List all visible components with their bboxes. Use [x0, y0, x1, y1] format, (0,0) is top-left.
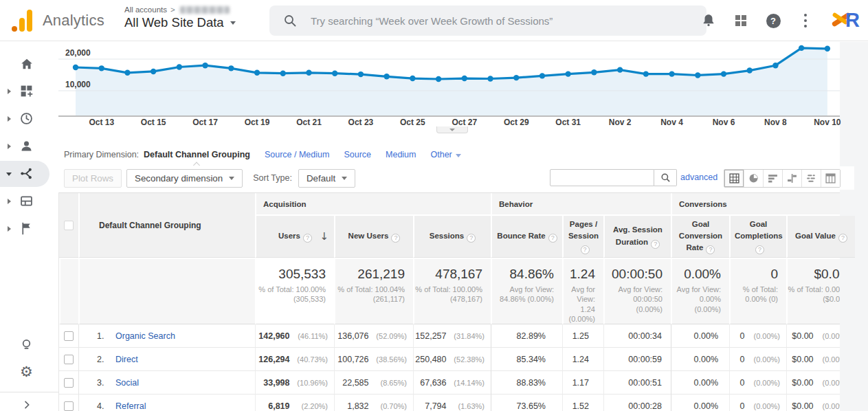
- account-switcher[interactable]: All accounts > All Web Site Data: [124, 5, 236, 30]
- chevron-right-icon[interactable]: [19, 397, 34, 411]
- avatar[interactable]: R: [831, 6, 860, 35]
- apps-grid-icon[interactable]: [733, 12, 749, 29]
- avg-session-duration-cell: 00:00:34: [603, 324, 671, 348]
- column-header-avg-session-duration[interactable]: Avg. Session Duration?: [603, 216, 671, 258]
- column-header-goal-conversion-rate[interactable]: Goal Conversion Rate?: [671, 216, 729, 258]
- term-cloud-view-icon[interactable]: [801, 170, 821, 187]
- table-row: 1.Organic Search 142,960 (46.11%) 136,07…: [59, 324, 855, 348]
- channel-link[interactable]: Social: [115, 378, 139, 388]
- dimension-tab-source-medium[interactable]: Source / Medium: [265, 150, 329, 159]
- dimension-tab-other[interactable]: Other: [430, 150, 460, 159]
- sidebar-item-customization[interactable]: [0, 78, 58, 105]
- secondary-dimension-button[interactable]: Secondary dimension: [126, 169, 243, 188]
- column-header-pages-session[interactable]: Pages / Session?: [562, 216, 603, 258]
- users-cell: 126,294 (40.73%): [255, 348, 334, 371]
- expand-arrow-icon[interactable]: [8, 116, 11, 122]
- sidebar-item-audience[interactable]: [0, 133, 58, 160]
- sessions-cell: 250,480 (52.38%): [413, 348, 491, 371]
- chart-expand-tab[interactable]: [436, 126, 468, 133]
- pages-session-cell: 1.17: [562, 371, 603, 395]
- sidebar-item-behavior[interactable]: [0, 188, 58, 215]
- y-axis-tick-label: 20,000: [65, 48, 91, 58]
- table-view-icon[interactable]: [724, 170, 744, 187]
- help-icon[interactable]: ?: [303, 234, 312, 243]
- row-checkbox[interactable]: [59, 324, 78, 348]
- help-icon[interactable]: ?: [548, 234, 557, 243]
- channel-link[interactable]: Direct: [115, 355, 138, 364]
- x-axis-tick-label: Oct 17: [192, 118, 218, 127]
- totals-row: 305,533% of Total: 100.00% (305,533) 261…: [59, 258, 855, 324]
- pages-session-cell: 1.52: [562, 395, 603, 411]
- notifications-bell-icon[interactable]: [700, 12, 717, 29]
- analytics-logo[interactable]: Analytics: [10, 8, 104, 33]
- help-icon[interactable]: ?: [467, 234, 476, 243]
- sort-type-button[interactable]: Default: [298, 169, 355, 188]
- column-header-bounce-rate[interactable]: Bounce Rate?: [491, 216, 562, 258]
- row-checkbox[interactable]: [59, 348, 78, 371]
- percentage-view-icon[interactable]: [744, 170, 763, 187]
- advanced-filter-link[interactable]: advanced: [680, 173, 717, 182]
- help-icon[interactable]: ?: [706, 245, 715, 254]
- row-checkbox[interactable]: [59, 371, 78, 395]
- search-icon: [283, 14, 297, 27]
- column-header-goal-value[interactable]: Goal Value?: [786, 216, 855, 258]
- table-filter-search-button[interactable]: [654, 169, 677, 186]
- row-checkbox[interactable]: [59, 395, 78, 411]
- performance-view-icon[interactable]: [763, 170, 782, 187]
- totals-pages-session: 1.24Avg for View: 1.24 (0.00%): [562, 258, 603, 324]
- table-filter-input[interactable]: [550, 169, 654, 186]
- sidebar-item-home[interactable]: [0, 50, 58, 78]
- pivot-view-icon[interactable]: [821, 170, 840, 187]
- dimension-tab-source[interactable]: Source: [344, 150, 371, 159]
- goal-conversion-rate-cell: 0.00%: [671, 324, 729, 348]
- plot-rows-button[interactable]: Plot Rows: [64, 169, 122, 188]
- select-all-checkbox[interactable]: [59, 193, 78, 258]
- goal-completions-cell: 0 (0.00%): [729, 324, 786, 348]
- view-toggle-group: [724, 169, 841, 188]
- totals-sessions: 478,167% of Total: 100.00% (478,167): [413, 258, 491, 324]
- avg-session-duration-cell: 00:00:59: [603, 348, 671, 371]
- comparison-view-icon[interactable]: [782, 170, 801, 187]
- flag-icon: [19, 221, 34, 236]
- primary-dimension-bar: Primary Dimension: Default Channel Group…: [58, 147, 868, 162]
- group-header-conversions: Conversions: [671, 193, 855, 216]
- table-row: 3.Social 33,998 (10.96%) 22,585 (8.65%) …: [59, 371, 855, 395]
- channel-link[interactable]: Referral: [115, 401, 146, 411]
- search-input[interactable]: [311, 15, 695, 27]
- collapse-arrow-icon[interactable]: [6, 173, 12, 176]
- goal-conversion-rate-cell: 0.00%: [671, 395, 729, 411]
- column-header-users[interactable]: Users? ↓: [255, 216, 334, 258]
- help-icon[interactable]: ?: [651, 240, 660, 249]
- view-selector-label[interactable]: All Web Site Data: [124, 15, 224, 30]
- help-icon[interactable]: ?: [391, 234, 400, 243]
- group-header-acquisition: Acquisition: [255, 193, 491, 216]
- help-icon[interactable]: ?: [581, 245, 590, 254]
- x-axis-tick-label: Nov 2: [609, 118, 632, 127]
- expand-arrow-icon[interactable]: [8, 89, 11, 94]
- x-axis-tick-label: Nov 8: [764, 118, 787, 127]
- column-header-goal-completions[interactable]: Goal Completions?: [729, 216, 786, 258]
- share-network-icon: [19, 166, 34, 181]
- help-icon[interactable]: ?: [838, 234, 847, 243]
- expand-arrow-icon[interactable]: [8, 144, 11, 149]
- dimension-column-header[interactable]: Default Channel Grouping: [78, 193, 255, 258]
- pages-session-cell: 1.25: [562, 324, 603, 348]
- sidebar-item-conversions[interactable]: [0, 215, 58, 243]
- sidebar-item-acquisition[interactable]: [0, 161, 49, 187]
- global-search[interactable]: [269, 5, 706, 36]
- new-users-cell: 1,832 (0.70%): [334, 395, 413, 411]
- dimension-tab-default-channel-grouping[interactable]: Default Channel Grouping: [144, 150, 250, 159]
- column-header-sessions[interactable]: Sessions?: [413, 216, 491, 258]
- help-icon[interactable]: ?: [755, 245, 764, 254]
- sidebar-item-admin[interactable]: ⚙: [0, 359, 58, 386]
- expand-arrow-icon[interactable]: [8, 199, 11, 204]
- more-vert-icon[interactable]: [797, 12, 814, 29]
- dimension-tab-medium[interactable]: Medium: [386, 150, 416, 159]
- expand-arrow-icon[interactable]: [8, 226, 11, 232]
- sidebar-item-insights[interactable]: [0, 331, 58, 359]
- channel-link[interactable]: Organic Search: [115, 331, 175, 341]
- help-icon[interactable]: ?: [765, 12, 781, 29]
- totals-users: 305,533% of Total: 100.00% (305,533): [255, 258, 334, 324]
- sidebar-item-realtime[interactable]: [0, 105, 58, 133]
- column-header-new-users[interactable]: New Users?: [334, 216, 413, 258]
